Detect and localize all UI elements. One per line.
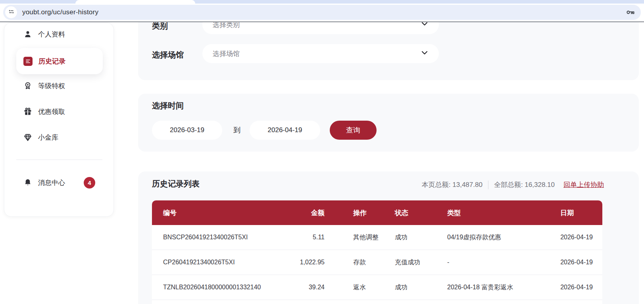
cell-amount: 39.24 — [285, 284, 325, 291]
url-text[interactable]: youbt.org/uc/user-history — [22, 5, 98, 20]
cell-type: 04/19虚拟存款优惠 — [447, 233, 554, 242]
cell-amount: 5.11 — [285, 234, 325, 241]
venue-placeholder: 选择场馆 — [213, 49, 240, 58]
document-icon — [23, 57, 33, 66]
history-title: 历史记录列表 — [152, 179, 200, 189]
cell-action: 其他调整 — [325, 233, 395, 242]
message-count-badge: 4 — [84, 177, 95, 189]
sidebar-item-vault[interactable]: 小金库 — [23, 131, 58, 144]
sidebar-item-profile[interactable]: 个人资料 — [23, 28, 65, 40]
cell-status: 成功 — [395, 233, 447, 242]
sidebar: 个人资料 历史记录 等级特权 — [4, 23, 114, 217]
url-bar[interactable]: youbt.org/uc/user-history — [3, 5, 641, 20]
date-from-input[interactable]: 2026-03-19 — [152, 121, 222, 140]
table-row-partial — [152, 300, 602, 304]
table-row: TZNLB2026041800000001332140 39.24 返水 成功 … — [152, 275, 602, 300]
browser-tabstrip — [0, 0, 644, 4]
totals-bar: 本页总额: 13,487.80 全部总额: 16,328.10 回单上传协助 — [422, 180, 604, 189]
cell-action: 存款 — [325, 258, 395, 267]
to-label: 到 — [230, 121, 244, 140]
venue-label: 选择场馆 — [152, 50, 184, 60]
cell-amount: 1,022.95 — [285, 259, 325, 266]
person-icon — [23, 30, 32, 38]
table-body: BNSCP26041921340026T5XI 5.11 其他调整 成功 04/… — [152, 225, 602, 304]
site-settings-chip[interactable] — [5, 6, 17, 18]
bell-icon — [23, 178, 32, 187]
all-total: 全部总额: 16,328.10 — [494, 180, 555, 189]
history-table: 编号 金额 操作 状态 类型 日期 BNSCP26041921340026T5X… — [152, 200, 602, 304]
browser-active-tab[interactable] — [75, 0, 195, 4]
sidebar-item-label: 等级特权 — [38, 81, 65, 90]
receipt-upload-link[interactable]: 回单上传协助 — [563, 180, 604, 189]
gift-icon — [23, 107, 32, 116]
cell-status: 充值成功 — [395, 258, 447, 267]
cell-id: TZNLB2026041800000001332140 — [163, 284, 285, 291]
sidebar-item-label: 小金库 — [38, 133, 58, 142]
medal-icon — [23, 81, 32, 90]
sidebar-item-promo[interactable]: 优惠领取 — [23, 105, 65, 118]
sidebar-item-label: 消息中心 — [38, 178, 65, 187]
col-action: 操作 — [325, 208, 395, 217]
table-row: CP26041921340026T5XI 1,022.95 存款 充值成功 - … — [152, 250, 602, 275]
cell-date: 2026-04-19 — [554, 259, 593, 266]
tune-icon — [8, 8, 15, 17]
browser-toolbar: youbt.org/uc/user-history — [0, 4, 644, 21]
history-card: 历史记录列表 本页总额: 13,487.80 全部总额: 16,328.10 回… — [138, 171, 639, 304]
cell-type: 2026-04-18 富贵彩返水 — [447, 283, 554, 292]
sidebar-item-level[interactable]: 等级特权 — [23, 79, 65, 92]
cell-action: 返水 — [325, 283, 395, 292]
sidebar-item-label: 优惠领取 — [38, 107, 65, 116]
cell-id: BNSCP26041921340026T5XI — [163, 234, 285, 241]
cell-id: CP26041921340026T5XI — [163, 259, 285, 266]
col-id: 编号 — [163, 208, 285, 217]
sidebar-item-label: 历史记录 — [38, 57, 65, 66]
page-total: 本页总额: 13,487.80 — [422, 180, 483, 189]
table-header-row: 编号 金额 操作 状态 类型 日期 — [152, 200, 602, 225]
cell-status: 成功 — [395, 283, 447, 292]
date-to-input[interactable]: 2026-04-19 — [250, 121, 320, 140]
sidebar-divider — [16, 160, 102, 160]
table-row: BNSCP26041921340026T5XI 5.11 其他调整 成功 04/… — [152, 225, 602, 250]
toolbar-divider — [0, 21, 644, 22]
totals-divider — [488, 181, 488, 189]
col-status: 状态 — [395, 208, 447, 217]
cell-type: - — [447, 259, 554, 266]
chevron-down-icon — [421, 49, 429, 58]
time-filter-card: 选择时间 2026-03-19 到 2026-04-19 查询 — [138, 94, 639, 152]
sidebar-item-history[interactable]: 历史记录 — [16, 48, 103, 74]
gem-icon — [23, 133, 32, 142]
col-amount: 金额 — [285, 208, 325, 217]
time-title: 选择时间 — [152, 100, 184, 111]
venue-select[interactable]: 选择场馆 — [202, 44, 439, 63]
cell-date: 2026-04-19 — [554, 284, 593, 291]
search-button[interactable]: 查询 — [330, 121, 377, 140]
cell-date: 2026-04-19 — [554, 234, 593, 241]
sidebar-item-label: 个人资料 — [38, 30, 65, 39]
sidebar-item-messages[interactable]: 消息中心 — [23, 176, 65, 189]
password-key-icon[interactable] — [626, 8, 635, 17]
category-label: 类别 — [152, 21, 168, 31]
col-type: 类型 — [447, 208, 554, 217]
col-date: 日期 — [554, 208, 593, 217]
